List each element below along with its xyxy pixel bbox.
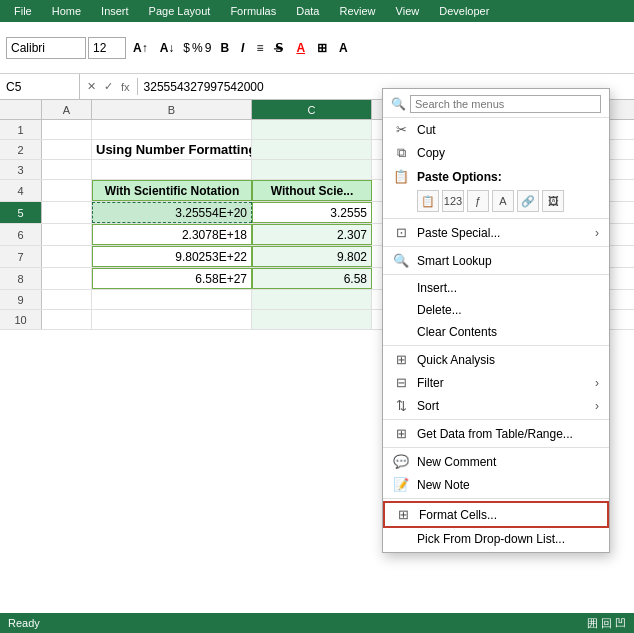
- cell-b9[interactable]: [92, 290, 252, 309]
- cell-c4[interactable]: Without Scie...: [252, 180, 372, 201]
- font-size-input[interactable]: [88, 37, 126, 59]
- paste-icon: 📋: [393, 169, 409, 184]
- cut-label: Cut: [417, 123, 436, 137]
- tab-insert[interactable]: Insert: [91, 2, 139, 20]
- cell-c1[interactable]: [252, 120, 372, 139]
- cell-a5[interactable]: [42, 202, 92, 223]
- paste-btn-1[interactable]: 📋: [417, 190, 439, 212]
- new-comment-icon: 💬: [393, 454, 409, 469]
- row-num-8: 8: [0, 268, 42, 289]
- increase-font-button[interactable]: A↑: [128, 39, 153, 57]
- tab-file[interactable]: File: [4, 2, 42, 20]
- tab-page-layout[interactable]: Page Layout: [139, 2, 221, 20]
- paste-btn-6[interactable]: 🖼: [542, 190, 564, 212]
- cell-b3[interactable]: [92, 160, 252, 179]
- cell-a8[interactable]: [42, 268, 92, 289]
- tab-data[interactable]: Data: [286, 2, 329, 20]
- cell-b8[interactable]: 6.58E+27: [92, 268, 252, 289]
- cell-b4[interactable]: With Scientific Notation: [92, 180, 252, 201]
- menu-item-delete[interactable]: Delete...: [383, 299, 609, 321]
- format-group: $ % 9: [183, 41, 211, 55]
- copy-icon: ⧉: [393, 145, 409, 161]
- cell-b7[interactable]: 9.80253E+22: [92, 246, 252, 267]
- menu-item-quick-analysis[interactable]: ⊞ Quick Analysis: [383, 348, 609, 371]
- menu-item-pick-list[interactable]: Pick From Drop-down List...: [383, 528, 609, 550]
- paste-btn-3[interactable]: ƒ: [467, 190, 489, 212]
- cell-a7[interactable]: [42, 246, 92, 267]
- col-header-b[interactable]: B: [92, 100, 252, 119]
- cell-reference-box[interactable]: C5: [0, 74, 80, 99]
- col-header-c[interactable]: C: [252, 100, 372, 119]
- font-name-input[interactable]: [6, 37, 86, 59]
- align-button[interactable]: ≡: [251, 39, 268, 57]
- menu-item-new-comment[interactable]: 💬 New Comment: [383, 450, 609, 473]
- separator-7: [383, 498, 609, 499]
- menu-item-insert[interactable]: Insert...: [383, 277, 609, 299]
- fx-icon[interactable]: fx: [118, 79, 133, 95]
- font-group: A↑ A↓: [6, 37, 179, 59]
- paste-special-icon: ⊡: [393, 225, 409, 240]
- filter-arrow-icon: ›: [595, 376, 599, 390]
- cell-a6[interactable]: [42, 224, 92, 245]
- cancel-icon[interactable]: ✕: [84, 78, 99, 95]
- bold-button[interactable]: B: [215, 39, 234, 57]
- fill-color-button[interactable]: A: [334, 39, 353, 57]
- cell-a2[interactable]: [42, 140, 92, 159]
- menu-item-format-cells[interactable]: ⊞ Format Cells...: [383, 501, 609, 528]
- sort-label: Sort: [417, 399, 439, 413]
- cell-b2[interactable]: Using Number Formatting: [92, 140, 252, 159]
- context-menu: 🔍 ✂ Cut ⧉ Copy 📋 Paste Options: 📋 123 ƒ …: [382, 88, 610, 553]
- cell-a10[interactable]: [42, 310, 92, 329]
- row-num-9: 9: [0, 290, 42, 309]
- cell-b10[interactable]: [92, 310, 252, 329]
- menu-item-smart-lookup[interactable]: 🔍 Smart Lookup: [383, 249, 609, 272]
- cell-a9[interactable]: [42, 290, 92, 309]
- borders-button[interactable]: ⊞: [312, 39, 332, 57]
- italic-button[interactable]: I: [236, 39, 249, 57]
- cell-c6[interactable]: 2.307: [252, 224, 372, 245]
- menu-item-paste-special[interactable]: ⊡ Paste Special... ›: [383, 221, 609, 244]
- style-group: B I ≡ S̶ A ⊞ A: [215, 39, 352, 57]
- sort-icon: ⇅: [393, 398, 409, 413]
- col-header-a[interactable]: A: [42, 100, 92, 119]
- paste-btn-2[interactable]: 123: [442, 190, 464, 212]
- cell-a4[interactable]: [42, 180, 92, 201]
- font-color-button[interactable]: A: [291, 39, 310, 57]
- menu-item-copy[interactable]: ⧉ Copy: [383, 141, 609, 165]
- cell-a3[interactable]: [42, 160, 92, 179]
- cell-c5[interactable]: 3.2555: [252, 202, 372, 223]
- cell-c8[interactable]: 6.58: [252, 268, 372, 289]
- cell-c10[interactable]: [252, 310, 372, 329]
- cell-a1[interactable]: [42, 120, 92, 139]
- cell-b5[interactable]: 3.25554E+20: [92, 202, 252, 223]
- quick-analysis-icon: ⊞: [393, 352, 409, 367]
- cell-c9[interactable]: [252, 290, 372, 309]
- paste-options-row: 📋 123 ƒ A 🔗 🖼: [383, 188, 609, 216]
- tab-home[interactable]: Home: [42, 2, 91, 20]
- menu-item-clear-contents[interactable]: Clear Contents: [383, 321, 609, 343]
- menu-item-cut[interactable]: ✂ Cut: [383, 118, 609, 141]
- paste-btn-4[interactable]: A: [492, 190, 514, 212]
- decrease-font-button[interactable]: A↓: [155, 39, 180, 57]
- tab-developer[interactable]: Developer: [429, 2, 499, 20]
- row-num-7: 7: [0, 246, 42, 267]
- menu-search-input[interactable]: [410, 95, 601, 113]
- paste-btn-5[interactable]: 🔗: [517, 190, 539, 212]
- cell-c7[interactable]: 9.802: [252, 246, 372, 267]
- menu-item-sort[interactable]: ⇅ Sort ›: [383, 394, 609, 417]
- cell-c2[interactable]: [252, 140, 372, 159]
- tab-view[interactable]: View: [386, 2, 430, 20]
- cell-c3[interactable]: [252, 160, 372, 179]
- strikethrough-button[interactable]: S̶: [270, 39, 289, 57]
- status-mode: Ready: [8, 617, 40, 629]
- insert-label: Insert...: [417, 281, 457, 295]
- row-num-4: 4: [0, 180, 42, 201]
- tab-review[interactable]: Review: [329, 2, 385, 20]
- cell-b1[interactable]: [92, 120, 252, 139]
- menu-item-get-data[interactable]: ⊞ Get Data from Table/Range...: [383, 422, 609, 445]
- menu-item-new-note[interactable]: 📝 New Note: [383, 473, 609, 496]
- confirm-icon[interactable]: ✓: [101, 78, 116, 95]
- tab-formulas[interactable]: Formulas: [220, 2, 286, 20]
- menu-item-filter[interactable]: ⊟ Filter ›: [383, 371, 609, 394]
- cell-b6[interactable]: 2.3078E+18: [92, 224, 252, 245]
